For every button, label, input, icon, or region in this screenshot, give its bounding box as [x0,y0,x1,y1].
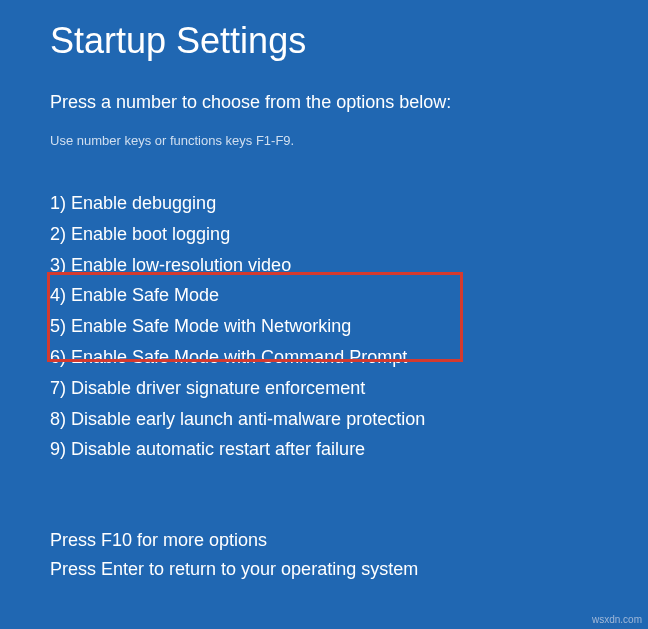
footer-enter-hint: Press Enter to return to your operating … [50,555,418,584]
option-9-disable-auto-restart[interactable]: 9) Disable automatic restart after failu… [50,434,598,465]
option-8-disable-antimalware[interactable]: 8) Disable early launch anti-malware pro… [50,404,598,435]
option-1-debugging[interactable]: 1) Enable debugging [50,188,598,219]
footer-instructions: Press F10 for more options Press Enter t… [50,526,418,584]
instruction-subtitle: Press a number to choose from the option… [50,92,598,113]
option-4-safe-mode[interactable]: 4) Enable Safe Mode [50,280,598,311]
option-5-safe-mode-networking[interactable]: 5) Enable Safe Mode with Networking [50,311,598,342]
footer-f10-hint: Press F10 for more options [50,526,418,555]
page-title: Startup Settings [50,20,598,62]
option-3-low-res-video[interactable]: 3) Enable low-resolution video [50,250,598,281]
option-7-disable-driver-sig[interactable]: 7) Disable driver signature enforcement [50,373,598,404]
key-hint: Use number keys or functions keys F1-F9. [50,133,598,148]
watermark: wsxdn.com [592,614,642,625]
option-6-safe-mode-cmd[interactable]: 6) Enable Safe Mode with Command Prompt [50,342,598,373]
option-2-boot-logging[interactable]: 2) Enable boot logging [50,219,598,250]
startup-options-list: 1) Enable debugging 2) Enable boot loggi… [50,188,598,465]
